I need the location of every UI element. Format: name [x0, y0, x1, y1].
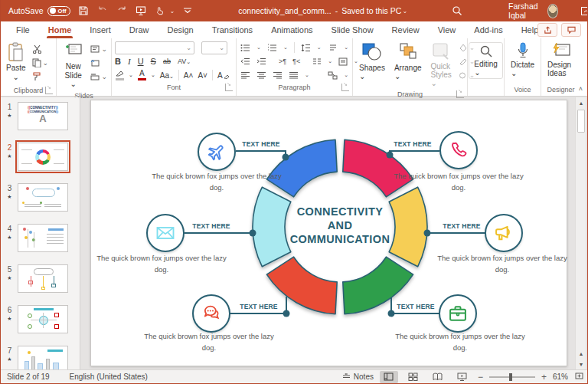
zoom-out-icon[interactable]: − [478, 372, 483, 382]
zoom-in-icon[interactable]: + [541, 372, 547, 382]
phone-icon[interactable] [439, 131, 478, 169]
zoom-slider[interactable] [489, 376, 535, 378]
slide-thumbnail-preview[interactable] [18, 183, 68, 212]
line-spacing-icon[interactable] [301, 44, 311, 52]
caption-text[interactable]: The quick brown fox jumps over the lazy … [152, 171, 282, 193]
slide-thumbnail-4[interactable]: 4★ [4, 224, 80, 252]
chat-icon[interactable] [192, 294, 230, 333]
airplane-icon[interactable] [198, 133, 236, 171]
tab-draw[interactable]: Draw [120, 21, 158, 38]
convert-smartart-icon[interactable] [328, 71, 338, 80]
envelope-icon[interactable] [146, 214, 185, 252]
next-slide-icon[interactable]: ▼ [576, 359, 586, 369]
slide-thumbnail-preview[interactable] [18, 143, 68, 171]
font-size-select[interactable]: ⌄ [201, 41, 227, 54]
slide-thumbnail-6[interactable]: 6★ [4, 305, 80, 333]
tab-insert[interactable]: Insert [80, 21, 120, 38]
text-here-label[interactable]: TEXT HERE [237, 140, 285, 148]
align-center-icon[interactable] [256, 71, 266, 79]
paragraph-dialog-launcher[interactable] [341, 84, 349, 91]
decrease-indent-icon[interactable] [240, 57, 250, 65]
caption-text[interactable]: The quick brown fox jumps over the lazy … [394, 171, 524, 193]
megaphone-icon[interactable] [485, 214, 523, 252]
slide-thumbnail-preview[interactable]: ((CONNECTIVITY)) ((COMMUNICATION)) A [18, 102, 68, 130]
tab-view[interactable]: View [429, 21, 466, 38]
zoom-level[interactable]: 61% [553, 373, 568, 381]
tab-transitions[interactable]: Transitions [203, 21, 262, 38]
new-slide-button[interactable]: New Slide ⌄ [58, 41, 88, 90]
ltr-direction-icon[interactable]: >¶ [279, 57, 286, 65]
shapes-button[interactable]: Shapes⌄ [354, 41, 390, 82]
italic-button[interactable]: I [128, 57, 131, 66]
text-here-label[interactable]: TEXT HERE [438, 222, 485, 230]
redo-icon[interactable] [116, 5, 128, 17]
section-icon[interactable]: ⌄ [90, 71, 107, 82]
collapse-ribbon-icon[interactable]: ˄ [579, 85, 583, 93]
text-here-label[interactable]: TEXT HERE [188, 222, 235, 230]
touch-mouse-mode-icon[interactable] [154, 5, 166, 17]
arrange-button[interactable]: Arrange⌄ [390, 41, 426, 82]
increase-indent-icon[interactable] [256, 57, 266, 65]
columns-icon[interactable] [312, 57, 322, 65]
user-name[interactable]: Farshad Iqbal [508, 2, 542, 20]
design-ideas-button[interactable]: Design Ideas [543, 41, 579, 79]
autosave-toggle[interactable]: AutoSave Off [8, 6, 70, 16]
slide-thumbnail-preview[interactable] [18, 264, 68, 293]
search-icon[interactable] [452, 5, 462, 17]
dictate-button[interactable]: Dictate⌄ [506, 41, 539, 79]
bold-button[interactable]: B [115, 57, 121, 66]
slide-sorter-view-button[interactable] [404, 371, 423, 383]
chevron-down-icon[interactable]: ⌄ [402, 8, 407, 15]
language-status[interactable]: English (United States) [70, 373, 148, 381]
copy-icon[interactable]: ⌄ [32, 57, 49, 68]
numbering-icon[interactable] [267, 44, 277, 52]
caption-text[interactable]: The quick brown fox jumps over the lazy … [395, 331, 525, 353]
text-here-label[interactable]: TEXT HERE [392, 303, 439, 310]
fit-to-window-icon[interactable] [574, 372, 584, 382]
zoom-slider-thumb[interactable] [509, 373, 512, 381]
tab-slide-show[interactable]: Slide Show [322, 21, 383, 38]
tab-add-ins[interactable]: Add-ins [465, 21, 511, 38]
slide-layout-icon[interactable]: ⌄ [90, 44, 107, 54]
slide-thumbnail-preview[interactable] [18, 305, 68, 333]
justify-icon[interactable] [289, 71, 299, 79]
autosave-switch[interactable]: Off [47, 6, 70, 16]
caption-text[interactable]: The quick brown fox jumps over the lazy … [144, 331, 274, 353]
align-left-icon[interactable] [240, 71, 250, 79]
font-color-button[interactable]: A [138, 70, 146, 80]
tab-file[interactable]: File [7, 21, 39, 38]
text-shadow-button[interactable]: ab [163, 57, 171, 65]
slide-thumbnail-2[interactable]: 2★ [4, 143, 80, 171]
tab-home[interactable]: Home [39, 21, 81, 38]
font-name-select[interactable]: ⌄ [115, 41, 194, 54]
highlight-color-button[interactable] [115, 71, 124, 80]
customize-qat-icon[interactable] [181, 5, 194, 17]
clipboard-dialog-launcher[interactable] [45, 87, 53, 94]
share-button[interactable] [537, 23, 557, 37]
paste-button[interactable]: Paste⌄ [2, 41, 30, 83]
chevron-down-icon[interactable]: ⌄ [170, 8, 175, 15]
bullets-icon[interactable] [240, 44, 250, 52]
align-text-icon[interactable] [338, 57, 348, 66]
grow-font-button[interactable]: A˄ [184, 71, 194, 80]
format-painter-icon[interactable] [32, 71, 49, 82]
previous-slide-icon[interactable]: ▲ [576, 348, 586, 359]
caption-text[interactable]: The quick brown fox jumps over the lazy … [96, 253, 227, 275]
reading-view-button[interactable] [429, 371, 447, 383]
saved-status[interactable]: Saved to this PC [341, 6, 401, 15]
slide-indicator[interactable]: Slide 2 of 19 [7, 373, 50, 381]
tab-review[interactable]: Review [383, 21, 429, 38]
normal-view-button[interactable] [380, 371, 398, 383]
strikethrough-button[interactable]: S [151, 57, 156, 66]
text-direction-icon[interactable] [328, 44, 338, 52]
editing-button[interactable]: Editing⌄ [469, 42, 503, 79]
slide-thumbnail-panel[interactable]: 1★ ((CONNECTIVITY)) ((COMMUNICATION)) A2… [1, 97, 80, 369]
reset-slide-icon[interactable] [90, 57, 107, 68]
avatar[interactable] [547, 4, 558, 18]
diagram-title[interactable]: CONNECTIVITY AND COMMUNICATION [263, 205, 416, 246]
text-here-label[interactable]: TEXT HERE [389, 140, 436, 148]
align-right-icon[interactable] [273, 71, 283, 79]
slide-thumbnail-preview[interactable] [18, 224, 68, 252]
shrink-font-button[interactable]: A˅ [198, 71, 207, 80]
slide-thumbnail-3[interactable]: 3★ [4, 183, 80, 212]
